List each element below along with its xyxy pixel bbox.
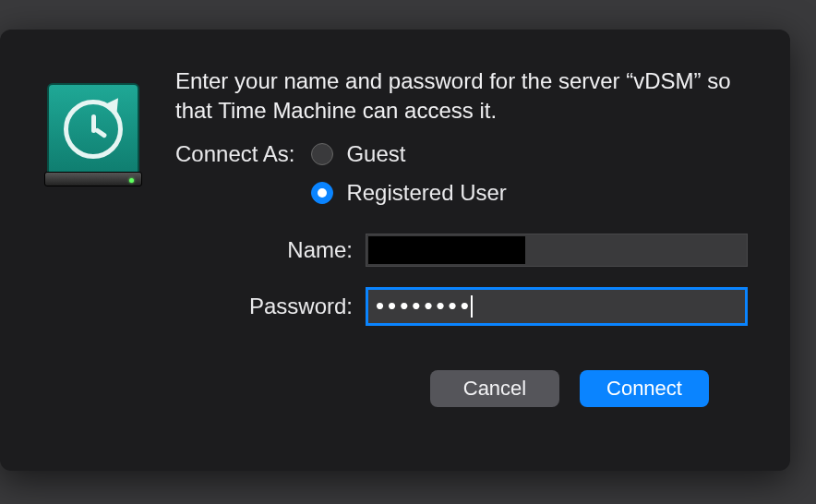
radio-registered-label: Registered User <box>346 180 506 206</box>
connect-button[interactable]: Connect <box>580 370 709 407</box>
time-machine-disk-icon <box>42 66 144 186</box>
server-auth-dialog: Enter your name and password for the ser… <box>0 30 790 471</box>
password-masked-value: •••••••• <box>376 292 473 320</box>
radio-guest[interactable]: Guest <box>311 141 506 167</box>
name-value-redacted <box>368 236 525 264</box>
connect-as-radio-group: Guest Registered User <box>311 141 506 206</box>
dialog-message: Enter your name and password for the ser… <box>175 66 748 126</box>
radio-icon <box>311 143 333 165</box>
password-label: Password: <box>98 294 366 319</box>
cancel-button[interactable]: Cancel <box>430 370 559 407</box>
connect-as-label: Connect As: <box>175 141 294 167</box>
password-field[interactable]: •••••••• <box>366 287 748 326</box>
name-label: Name: <box>98 237 366 263</box>
radio-guest-label: Guest <box>346 141 405 167</box>
radio-registered-user[interactable]: Registered User <box>311 180 506 206</box>
text-caret <box>471 295 473 318</box>
radio-icon-selected <box>311 182 333 204</box>
name-field[interactable] <box>366 234 748 267</box>
